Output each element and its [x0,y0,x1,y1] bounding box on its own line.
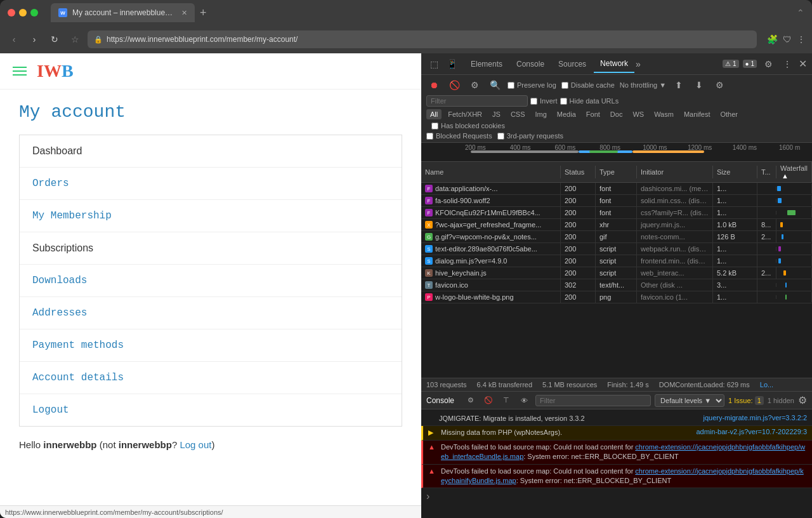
devtools-tab-sources[interactable]: Sources [552,56,593,72]
col-initiator[interactable]: Initiator [637,166,713,178]
col-name[interactable]: Name [421,166,561,178]
col-size[interactable]: Size [713,166,757,178]
devtools-close-button[interactable]: ✕ [799,58,807,70]
filter-media[interactable]: Media [553,109,580,119]
bookmark-button[interactable]: ☆ [67,32,82,47]
nav-item-dashboard[interactable]: Dashboard [20,135,402,168]
network-row[interactable]: Gg.gif?v=wpcom-no-pv&x_notes... 200 gif … [421,231,812,243]
network-row[interactable]: Fdata:application/x-... 200 font dashico… [421,183,812,195]
network-row[interactable]: Tfavicon.ico 302 text/ht... Other (disk … [421,279,812,291]
filter-img[interactable]: Img [532,109,551,119]
nav-item-account-details[interactable]: Account details [20,362,402,394]
import-button[interactable]: ⬆ [671,77,686,93]
maximize-button[interactable] [30,9,38,17]
filter-js[interactable]: JS [488,109,504,119]
error-link-1[interactable]: chrome-extension://jcacnejopjdphbnjgfaob… [441,443,805,460]
network-row[interactable]: Khive_keychain.js 200 script web_interac… [421,267,812,279]
devtools-device-button[interactable]: 📱 [444,56,459,72]
network-row[interactable]: X?wc-ajax=get_refreshed_fragme... 200 xh… [421,219,812,231]
console-input[interactable] [432,493,807,501]
console-settings-gear[interactable]: ⚙ [798,394,807,406]
filter-wasm[interactable]: Wasm [650,109,678,119]
network-row[interactable]: FKFOlCnqEu92Fr1MmEU9fBBc4... 200 font cs… [421,207,812,219]
nav-item-membership[interactable]: My Membership [20,200,402,232]
cell-size: 1... [713,195,757,206]
network-row[interactable]: Ffa-solid-900.woff2 200 font solid.min.c… [421,195,812,207]
console-clear-icon[interactable]: 🚫 [481,393,496,408]
nav-item-payment-methods[interactable]: Payment methods [20,329,402,362]
throttling-select[interactable]: No throttling ▼ [620,81,666,89]
extensions-icon[interactable]: 🧩 [767,34,778,44]
filter-fetch-xhr[interactable]: Fetch/XHR [444,109,486,119]
nav-item-orders[interactable]: Orders [20,168,402,200]
network-row[interactable]: Sdialog.min.js?ver=4.9.0 200 script fron… [421,255,812,267]
devtools-tab-network[interactable]: Network [594,55,634,73]
filter-ws[interactable]: WS [629,109,648,119]
filter-doc[interactable]: Doc [606,109,627,119]
nav-item-logout[interactable]: Logout [20,394,402,426]
console-prompt[interactable]: › [421,488,812,505]
refresh-button[interactable]: ↻ [47,32,62,47]
col-time[interactable]: T... [757,166,776,178]
network-clear-button[interactable]: 🚫 [447,77,462,93]
console-level-select[interactable]: Default levels ▼ [655,394,724,407]
nav-item-addresses[interactable]: Addresses [20,297,402,329]
network-filter-input[interactable] [426,95,528,107]
close-button[interactable] [8,9,15,17]
forward-button[interactable]: › [27,32,42,47]
active-tab[interactable]: W My account – innerwebblueprint... ✕ [51,3,195,22]
devtools-tab-elements[interactable]: Elements [464,56,509,72]
col-type[interactable]: Type [596,166,637,178]
network-requests-table[interactable]: Name Status Type Initiator Size T... Wat… [421,162,812,378]
console-top-icon[interactable]: ⊤ [499,393,514,408]
blocked-requests-checkbox[interactable]: Blocked Requests [426,132,492,140]
console-filter-input[interactable] [535,395,651,406]
minimize-button[interactable] [19,9,27,17]
third-party-checkbox[interactable]: 3rd-party requests [497,132,563,140]
logout-link[interactable]: Log out [180,439,211,450]
menu-icon[interactable]: ⋮ [797,34,806,44]
devtools-settings-button[interactable]: ⚙ [761,56,776,72]
settings-button2[interactable]: ⚙ [712,77,727,93]
hamburger-menu[interactable] [13,67,27,76]
nav-right-icons: 🧩 🛡 ⋮ [767,34,806,44]
nav-item-subscriptions[interactable]: Subscriptions [20,232,402,265]
nav-item-downloads[interactable]: Downloads [20,265,402,297]
preserve-log-checkbox[interactable]: Preserve log [508,81,556,89]
hide-data-urls-checkbox[interactable]: Hide data URLs [560,97,619,105]
filter-font[interactable]: Font [582,109,604,119]
devtools-more-tabs[interactable]: » [636,59,641,69]
tab-close-icon[interactable]: ✕ [181,9,187,17]
console-tab-label[interactable]: Console [426,396,454,405]
cell-name: Ffa-solid-900.woff2 [421,195,561,206]
devtools-more-button[interactable]: ⋮ [780,56,795,72]
cell-initiator: frontend.min... (disk ... [637,255,713,267]
network-filter-button[interactable]: ⚙ [467,77,482,93]
export-button[interactable]: ⬇ [691,77,707,93]
network-record-button[interactable]: ⏺ [426,77,442,93]
network-row[interactable]: Stext-editor.289ae80d76f0c5abe... 200 sc… [421,243,812,255]
filter-other[interactable]: Other [716,109,742,119]
disable-cache-checkbox[interactable]: Disable cache [561,81,615,89]
network-search-button[interactable]: 🔍 [487,77,502,93]
network-row[interactable]: Pw-logo-blue-white-bg.png 200 png favico… [421,291,812,303]
console-msg-source[interactable]: jquery-migrate.min.js?ver=3.3.2:2 [703,414,807,422]
filter-css[interactable]: CSS [507,109,529,119]
devtools-tab-console[interactable]: Console [510,56,551,72]
col-status[interactable]: Status [561,166,596,178]
col-waterfall[interactable]: Waterfall ▲ [776,162,812,182]
has-blocked-cookies-checkbox[interactable]: Has blocked cookies [431,122,505,130]
invert-checkbox[interactable]: Invert [530,97,558,105]
error-link-2[interactable]: chrome-extension://jcacnejopjdphbnjgfaob… [441,467,804,484]
new-tab-button[interactable]: + [200,6,207,20]
console-eye-icon[interactable]: 👁 [516,393,532,408]
filter-all[interactable]: All [426,109,442,119]
address-bar[interactable]: 🔒 https://www.innerwebblueprint.com/memb… [88,30,757,48]
console-msg-source[interactable]: admin-bar-v2.js?ver=10.7-202229:3 [696,428,807,435]
devtools-inspect-button[interactable]: ⬚ [426,56,442,72]
site-logo[interactable]: IWB [37,61,74,81]
back-button[interactable]: ‹ [6,32,22,47]
console-settings-icon[interactable]: ⚙ [463,393,478,408]
filter-manifest[interactable]: Manifest [680,109,714,119]
load-link[interactable]: Lo... [760,381,773,388]
